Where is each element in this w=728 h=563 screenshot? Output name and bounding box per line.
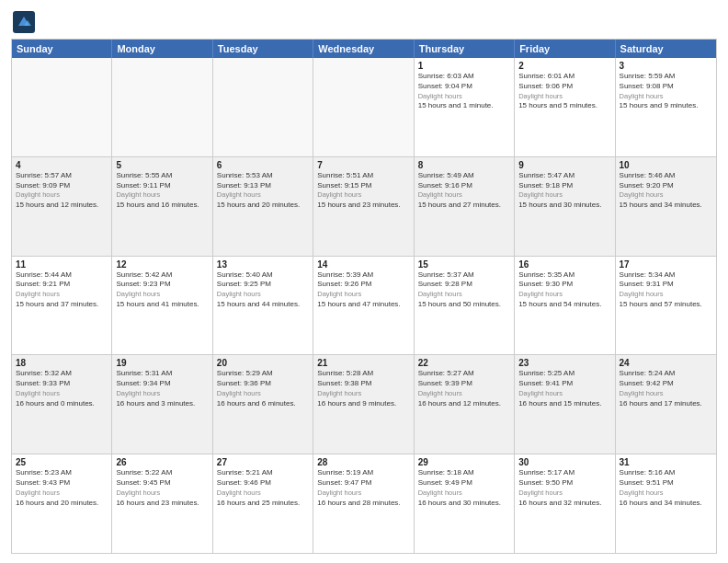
sunrise: Sunrise: 5:57 AM: [16, 171, 72, 179]
cell-info: Sunrise: 5:19 AMSunset: 9:47 PMDaylight …: [317, 468, 409, 508]
cal-cell-29: 29Sunrise: 5:18 AMSunset: 9:49 PMDayligh…: [415, 454, 515, 553]
daylight-label: Daylight hours: [620, 190, 664, 199]
day-number: 10: [620, 160, 712, 170]
daylight-label: Daylight hours: [16, 488, 60, 497]
cell-info: Sunrise: 5:27 AMSunset: 9:39 PMDaylight …: [418, 369, 510, 408]
day-number: 1: [418, 61, 510, 71]
sunrise: Sunrise: 5:40 AM: [217, 270, 273, 279]
cal-cell-24: 24Sunrise: 5:24 AMSunset: 9:42 PMDayligh…: [616, 355, 716, 454]
calendar-body: 1Sunrise: 6:03 AMSunset: 9:04 PMDaylight…: [12, 58, 716, 553]
daylight-label: Daylight hours: [16, 190, 60, 199]
sunset: Sunset: 9:18 PM: [518, 181, 573, 190]
day-number: 4: [16, 160, 108, 170]
daylight-value: 16 hours and 30 minutes.: [418, 499, 501, 507]
cal-cell-6: 6Sunrise: 5:53 AMSunset: 9:13 PMDaylight…: [213, 157, 313, 256]
sunset: Sunset: 9:50 PM: [518, 478, 573, 487]
header-day-wednesday: Wednesday: [313, 40, 414, 58]
daylight-value: 15 hours and 9 minutes.: [620, 101, 699, 109]
sunrise: Sunrise: 5:23 AM: [16, 468, 72, 477]
daylight-value: 15 hours and 50 minutes.: [418, 300, 501, 308]
daylight-label: Daylight hours: [317, 290, 361, 298]
sunrise: Sunrise: 5:28 AM: [317, 369, 373, 377]
daylight-value: 16 hours and 32 minutes.: [518, 499, 601, 507]
daylight-label: Daylight hours: [217, 389, 261, 397]
sunrise: Sunrise: 5:55 AM: [116, 171, 172, 179]
daylight-label: Daylight hours: [317, 389, 361, 397]
cell-info: Sunrise: 5:16 AMSunset: 9:51 PMDaylight …: [620, 468, 712, 508]
cell-info: Sunrise: 5:47 AMSunset: 9:18 PMDaylight …: [518, 171, 610, 211]
cal-cell-20: 20Sunrise: 5:29 AMSunset: 9:36 PMDayligh…: [213, 355, 313, 454]
daylight-label: Daylight hours: [217, 290, 261, 298]
cell-info: Sunrise: 5:25 AMSunset: 9:41 PMDaylight …: [518, 369, 610, 408]
sunset: Sunset: 9:04 PM: [418, 82, 472, 90]
sunset: Sunset: 9:25 PM: [217, 280, 271, 288]
daylight-label: Daylight hours: [217, 488, 261, 497]
daylight-value: 16 hours and 9 minutes.: [317, 399, 396, 408]
cal-cell-23: 23Sunrise: 5:25 AMSunset: 9:41 PMDayligh…: [515, 355, 615, 454]
cell-info: Sunrise: 6:03 AMSunset: 9:04 PMDaylight …: [418, 72, 510, 111]
day-number: 30: [518, 457, 610, 467]
cell-info: Sunrise: 5:55 AMSunset: 9:11 PMDaylight …: [116, 171, 208, 211]
daylight-label: Daylight hours: [317, 488, 361, 497]
cell-info: Sunrise: 5:53 AMSunset: 9:13 PMDaylight …: [217, 171, 309, 211]
cal-cell-7: 7Sunrise: 5:51 AMSunset: 9:15 PMDaylight…: [313, 157, 414, 256]
cell-info: Sunrise: 5:22 AMSunset: 9:45 PMDaylight …: [116, 468, 208, 508]
cal-cell-26: 26Sunrise: 5:22 AMSunset: 9:45 PMDayligh…: [112, 454, 212, 553]
cal-cell-13: 13Sunrise: 5:40 AMSunset: 9:25 PMDayligh…: [213, 257, 313, 355]
day-number: 23: [518, 358, 610, 368]
sunrise: Sunrise: 5:51 AM: [317, 171, 373, 179]
day-number: 3: [620, 61, 712, 71]
calendar-row-2: 4Sunrise: 5:57 AMSunset: 9:09 PMDaylight…: [12, 157, 716, 257]
daylight-label: Daylight hours: [620, 488, 664, 497]
daylight-value: 15 hours and 27 minutes.: [418, 201, 501, 209]
daylight-value: 16 hours and 25 minutes.: [217, 499, 300, 507]
daylight-label: Daylight hours: [518, 190, 563, 199]
daylight-label: Daylight hours: [620, 389, 664, 397]
sunset: Sunset: 9:49 PM: [418, 478, 472, 487]
cell-info: Sunrise: 5:51 AMSunset: 9:15 PMDaylight …: [317, 171, 409, 211]
cal-cell-14: 14Sunrise: 5:39 AMSunset: 9:26 PMDayligh…: [313, 257, 414, 355]
sunset: Sunset: 9:30 PM: [518, 280, 573, 288]
header-day-monday: Monday: [112, 40, 212, 58]
cell-info: Sunrise: 5:34 AMSunset: 9:31 PMDaylight …: [620, 270, 712, 310]
cell-info: Sunrise: 5:44 AMSunset: 9:21 PMDaylight …: [16, 270, 108, 310]
daylight-value: 15 hours and 12 minutes.: [16, 201, 98, 209]
sunset: Sunset: 9:20 PM: [620, 181, 674, 190]
daylight-label: Daylight hours: [16, 290, 60, 298]
sunset: Sunset: 9:45 PM: [116, 478, 170, 487]
cell-info: Sunrise: 5:49 AMSunset: 9:16 PMDaylight …: [418, 171, 510, 211]
sunrise: Sunrise: 5:46 AM: [620, 171, 676, 179]
sunset: Sunset: 9:33 PM: [16, 379, 70, 387]
sunrise: Sunrise: 5:25 AM: [518, 369, 574, 377]
cell-info: Sunrise: 5:35 AMSunset: 9:30 PMDaylight …: [518, 270, 610, 310]
day-number: 24: [620, 358, 712, 368]
daylight-label: Daylight hours: [418, 92, 462, 100]
sunrise: Sunrise: 5:34 AM: [620, 270, 676, 279]
cal-cell-28: 28Sunrise: 5:19 AMSunset: 9:47 PMDayligh…: [313, 454, 414, 553]
cal-cell-9: 9Sunrise: 5:47 AMSunset: 9:18 PMDaylight…: [515, 157, 615, 256]
sunset: Sunset: 9:51 PM: [620, 478, 674, 487]
day-number: 9: [518, 160, 610, 170]
daylight-value: 15 hours and 5 minutes.: [518, 101, 597, 109]
cal-cell-18: 18Sunrise: 5:32 AMSunset: 9:33 PMDayligh…: [12, 355, 112, 454]
daylight-label: Daylight hours: [16, 389, 60, 397]
daylight-value: 16 hours and 34 minutes.: [620, 499, 702, 507]
daylight-value: 15 hours and 47 minutes.: [317, 300, 400, 308]
cal-cell-5: 5Sunrise: 5:55 AMSunset: 9:11 PMDaylight…: [112, 157, 212, 256]
header: [11, 9, 717, 35]
cell-info: Sunrise: 5:18 AMSunset: 9:49 PMDaylight …: [418, 468, 510, 508]
daylight-value: 15 hours and 41 minutes.: [116, 300, 199, 308]
sunset: Sunset: 9:31 PM: [620, 280, 674, 288]
day-number: 15: [418, 259, 510, 270]
calendar-header: SundayMondayTuesdayWednesdayThursdayFrid…: [12, 40, 716, 58]
sunset: Sunset: 9:28 PM: [418, 280, 472, 288]
sunrise: Sunrise: 5:49 AM: [418, 171, 474, 179]
cell-info: Sunrise: 5:28 AMSunset: 9:38 PMDaylight …: [317, 369, 409, 408]
daylight-value: 16 hours and 15 minutes.: [518, 399, 601, 408]
cal-cell-27: 27Sunrise: 5:21 AMSunset: 9:46 PMDayligh…: [213, 454, 313, 553]
daylight-value: 16 hours and 20 minutes.: [16, 499, 98, 507]
cell-info: Sunrise: 5:23 AMSunset: 9:43 PMDaylight …: [16, 468, 108, 508]
day-number: 21: [317, 358, 409, 368]
cell-info: Sunrise: 5:32 AMSunset: 9:33 PMDaylight …: [16, 369, 108, 408]
cal-cell-21: 21Sunrise: 5:28 AMSunset: 9:38 PMDayligh…: [313, 355, 414, 454]
